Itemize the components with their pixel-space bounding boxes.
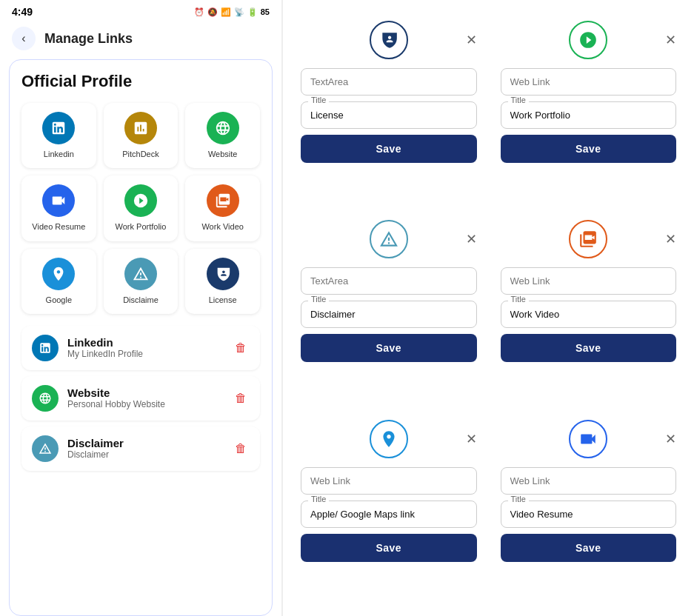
website-icon (207, 112, 239, 144)
license-close-button[interactable]: ✕ (466, 32, 477, 48)
workportfolio-title-wrapper: Title (501, 101, 677, 129)
disclaimer-card: ✕ Title Save (295, 214, 483, 401)
google-card-header: ✕ (301, 420, 477, 458)
license-save-button[interactable]: Save (301, 135, 477, 163)
workportfolio-save-button[interactable]: Save (501, 135, 677, 163)
website-label: Website (208, 149, 238, 159)
videoresume-icon (42, 184, 75, 217)
disclaimer-card-icon (370, 220, 408, 258)
website-text: Website Personal Hobby Website (67, 386, 223, 409)
google-card-icon (370, 420, 408, 458)
disclaimer-icon (124, 258, 157, 290)
status-time: 4:49 (12, 6, 33, 18)
workportfolio-label: Work Portfolio (116, 221, 167, 232)
wifi-icon: 📶 (221, 7, 231, 17)
disclaimer-textarea-input[interactable] (301, 267, 477, 295)
videoresume-title-label: Title (508, 495, 529, 503)
icon-grid: Linkedin PitchDeck Website (21, 103, 260, 314)
grid-item-workvideo[interactable]: Work Video (185, 175, 260, 241)
license-title-label: Title (308, 96, 329, 104)
google-title-label: Title (308, 495, 329, 503)
videoresume-weblink-input[interactable] (501, 467, 677, 495)
videoresume-save-button[interactable]: Save (501, 534, 677, 562)
videoresume-close-button[interactable]: ✕ (665, 431, 676, 447)
disclaimer-list-icon (32, 435, 59, 462)
workportfolio-icon (124, 184, 157, 217)
google-icon (42, 258, 75, 290)
battery-icon: 🔋 (247, 7, 258, 17)
license-icon (207, 258, 239, 290)
workvideo-title-label: Title (508, 295, 529, 304)
workportfolio-close-button[interactable]: ✕ (665, 32, 676, 48)
list-item-linkedin: Linkedin My LinkedIn Profile 🗑 (21, 326, 260, 370)
grid-item-website[interactable]: Website (185, 103, 260, 168)
battery-level: 85 (261, 7, 270, 16)
left-panel: 4:49 ⏰ 🔕 📶 📡 🔋 85 ‹ Manage Links Officia… (0, 0, 281, 616)
grid-item-workportfolio[interactable]: Work Portfolio (104, 175, 178, 241)
website-name: Website (67, 386, 223, 399)
videoresume-card: ✕ Title Save (495, 414, 683, 601)
workvideo-card: ✕ Title Save (495, 214, 683, 401)
disclaimer-close-button[interactable]: ✕ (466, 231, 477, 247)
signal-icon: 📡 (234, 7, 244, 17)
grid-item-linkedin[interactable]: Linkedin (21, 103, 96, 168)
workvideo-weblink-input[interactable] (501, 267, 677, 295)
disclaimer-delete-button[interactable]: 🗑 (232, 439, 250, 458)
google-title-wrapper: Title (301, 500, 477, 528)
workportfolio-card: ✕ Title Save (495, 15, 683, 202)
license-title-wrapper: Title (301, 101, 477, 129)
google-save-button[interactable]: Save (301, 534, 477, 562)
mute-icon: 🔕 (207, 7, 218, 17)
linkedin-text: Linkedin My LinkedIn Profile (67, 336, 223, 359)
videoresume-card-icon (569, 420, 607, 458)
workportfolio-title-input[interactable] (501, 101, 677, 129)
workportfolio-title-label: Title (508, 96, 529, 104)
disclaimer-title-label: Title (308, 295, 329, 304)
pitchdeck-icon (124, 112, 157, 144)
google-weblink-input[interactable] (301, 467, 477, 495)
linkedin-delete-button[interactable]: 🗑 (232, 338, 250, 358)
status-icons: ⏰ 🔕 📶 📡 🔋 85 (194, 7, 270, 17)
workvideo-title-input[interactable] (501, 301, 677, 328)
grid-item-pitchdeck[interactable]: PitchDeck (104, 103, 178, 168)
top-nav: ‹ Manage Links (0, 21, 281, 59)
link-list: Linkedin My LinkedIn Profile 🗑 Website P… (21, 326, 260, 471)
list-item-website: Website Personal Hobby Website 🗑 (21, 376, 260, 421)
workportfolio-weblink-input[interactable] (501, 68, 677, 96)
website-delete-button[interactable]: 🗑 (232, 389, 250, 408)
disclaimer-title-wrapper: Title (301, 301, 477, 328)
disclaimer-title-input[interactable] (301, 301, 477, 328)
list-item-disclaimer: Disclaimer Disclaimer 🗑 (21, 426, 260, 471)
google-close-button[interactable]: ✕ (466, 431, 477, 447)
google-title-input[interactable] (301, 500, 477, 528)
disclaimer-card-header: ✕ (301, 220, 477, 258)
disclaimer-label: Disclaime (123, 295, 159, 305)
license-card-icon (370, 21, 408, 59)
grid-item-google[interactable]: Google (21, 249, 96, 314)
grid-item-disclaimer[interactable]: Disclaime (104, 249, 178, 314)
workvideo-close-button[interactable]: ✕ (665, 231, 676, 247)
linkedin-sub: My LinkedIn Profile (67, 349, 223, 359)
workvideo-icon (207, 184, 239, 217)
workvideo-card-header: ✕ (501, 220, 677, 258)
workportfolio-card-icon (569, 21, 607, 59)
workvideo-save-button[interactable]: Save (501, 334, 677, 362)
workvideo-title-wrapper: Title (501, 301, 677, 328)
grid-item-license[interactable]: License (185, 249, 260, 314)
google-label: Google (46, 295, 72, 305)
disclaimer-sub: Disclaimer (67, 449, 223, 460)
license-title-input[interactable] (301, 101, 477, 129)
disclaimer-text: Disclaimer Disclaimer (67, 437, 223, 460)
alarm-icon: ⏰ (194, 7, 204, 17)
linkedin-label: Linkedin (44, 149, 74, 159)
license-card-header: ✕ (301, 21, 477, 59)
main-card: Official Profile Linkedin PitchD (9, 59, 273, 616)
grid-item-videoresume[interactable]: Video Resume (21, 175, 96, 241)
disclaimer-save-button[interactable]: Save (301, 334, 477, 362)
workvideo-card-icon (569, 220, 607, 258)
license-textarea-input[interactable] (301, 68, 477, 96)
back-button[interactable]: ‹ (12, 27, 36, 50)
official-profile-title: Official Profile (21, 72, 260, 91)
status-bar: 4:49 ⏰ 🔕 📶 📡 🔋 85 (0, 0, 281, 21)
videoresume-title-input[interactable] (501, 500, 677, 528)
